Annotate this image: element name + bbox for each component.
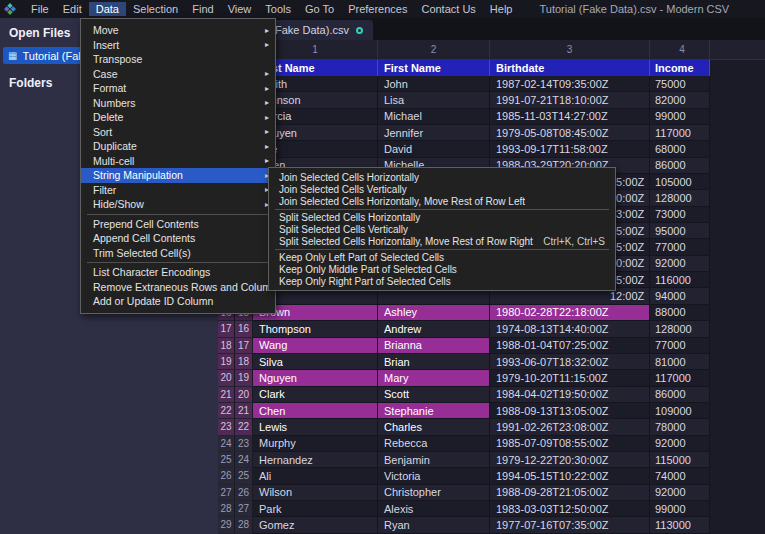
cell-birthdate[interactable]: 1985-07-09T08:55:00Z bbox=[490, 436, 650, 452]
column-header-income[interactable]: Income bbox=[650, 60, 710, 76]
menu-item-case[interactable]: Case▸ bbox=[81, 67, 275, 82]
row-number-cell[interactable]: 23 bbox=[218, 419, 235, 435]
menu-item-append-cell-contents[interactable]: Append Cell Contents bbox=[81, 231, 275, 246]
cell-last-name[interactable]: Silva bbox=[253, 354, 378, 370]
cell-birthdate[interactable]: 1991-07-21T18:10:00Z bbox=[490, 92, 650, 108]
cell-first-name[interactable]: Lisa bbox=[378, 92, 490, 108]
id-cell[interactable]: 21 bbox=[235, 403, 253, 419]
cell-income[interactable]: 88000 bbox=[650, 305, 710, 321]
menubar-item-tools[interactable]: Tools bbox=[258, 2, 298, 16]
menu-item-insert[interactable]: Insert▸ bbox=[81, 38, 275, 53]
cell-first-name[interactable]: Stephanie bbox=[378, 403, 490, 419]
cell-income[interactable]: 94000 bbox=[650, 288, 710, 304]
id-cell[interactable]: 25 bbox=[235, 468, 253, 484]
cell-first-name[interactable]: Charles bbox=[378, 419, 490, 435]
cell-income[interactable]: 77000 bbox=[650, 338, 710, 354]
menu-item-hide-show[interactable]: Hide/Show▸ bbox=[81, 197, 275, 212]
cell-income[interactable]: 86000 bbox=[650, 158, 710, 174]
row-number-cell[interactable]: 29 bbox=[218, 517, 235, 533]
cell-last-name[interactable]: Chen bbox=[253, 403, 378, 419]
menu-item-join-selected-cells-vertically[interactable]: Join Selected Cells Vertically bbox=[269, 183, 615, 195]
menu-item-remove-extraneous-rows-and-columns[interactable]: Remove Extraneous Rows and Columns bbox=[81, 280, 275, 295]
cell-income[interactable]: 77000 bbox=[650, 239, 710, 255]
cell-first-name[interactable]: Mary bbox=[378, 370, 490, 386]
cell-income[interactable]: 117000 bbox=[650, 125, 710, 141]
cell-income[interactable]: 117000 bbox=[650, 370, 710, 386]
cell-first-name[interactable]: Ashley bbox=[378, 305, 490, 321]
cell-birthdate[interactable]: 1988-01-04T07:25:00Z bbox=[490, 338, 650, 354]
cell-income[interactable]: 109000 bbox=[650, 403, 710, 419]
menu-item-join-selected-cells-horizontally-move-rest-of-row-left[interactable]: Join Selected Cells Horizontally, Move R… bbox=[269, 195, 615, 207]
id-cell[interactable]: 24 bbox=[235, 452, 253, 468]
cell-first-name[interactable]: Andrew bbox=[378, 321, 490, 337]
cell-birthdate[interactable]: 1977-07-16T07:35:00Z bbox=[490, 517, 650, 533]
menu-item-prepend-cell-contents[interactable]: Prepend Cell Contents bbox=[81, 217, 275, 232]
cell-income[interactable]: 105000 bbox=[650, 174, 710, 190]
menubar-item-go-to[interactable]: Go To bbox=[298, 2, 341, 16]
menu-item-string-manipulation[interactable]: String Manipulation▸ bbox=[81, 168, 275, 183]
row-number-cell[interactable]: 27 bbox=[218, 485, 235, 501]
cell-income[interactable]: 81000 bbox=[650, 354, 710, 370]
cell-last-name[interactable]: Nguyen bbox=[253, 370, 378, 386]
row-number-cell[interactable]: 26 bbox=[218, 468, 235, 484]
cell-last-name[interactable]: Wang bbox=[253, 338, 378, 354]
id-cell[interactable]: 17 bbox=[235, 338, 253, 354]
id-cell[interactable]: 26 bbox=[235, 485, 253, 501]
menu-item-delete[interactable]: Delete▸ bbox=[81, 110, 275, 125]
menu-item-join-selected-cells-horizontally[interactable]: Join Selected Cells Horizontally bbox=[269, 171, 615, 183]
menu-item-keep-only-middle-part-of-selected-cells[interactable]: Keep Only Middle Part of Selected Cells bbox=[269, 263, 615, 275]
cell-first-name[interactable]: Benjamin bbox=[378, 452, 490, 468]
cell-last-name[interactable]: Lewis bbox=[253, 419, 378, 435]
cell-first-name[interactable]: David bbox=[378, 141, 490, 157]
menubar-item-data[interactable]: Data bbox=[89, 2, 126, 16]
cell-first-name[interactable]: Scott bbox=[378, 387, 490, 403]
row-number-cell[interactable]: 22 bbox=[218, 403, 235, 419]
cell-income[interactable]: 116000 bbox=[650, 272, 710, 288]
cell-income[interactable]: 78000 bbox=[650, 419, 710, 435]
cell-last-name[interactable]: Clark bbox=[253, 387, 378, 403]
cell-first-name[interactable]: Alexis bbox=[378, 501, 490, 517]
menu-item-add-or-update-id-column[interactable]: Add or Update ID Column bbox=[81, 294, 275, 309]
menu-item-sort[interactable]: Sort▸ bbox=[81, 125, 275, 140]
cell-last-name[interactable]: Wilson bbox=[253, 485, 378, 501]
cell-last-name[interactable]: Gomez bbox=[253, 517, 378, 533]
menubar-item-preferences[interactable]: Preferences bbox=[341, 2, 414, 16]
cell-income[interactable]: 68000 bbox=[650, 141, 710, 157]
id-cell[interactable]: 16 bbox=[235, 321, 253, 337]
row-number-cell[interactable]: 28 bbox=[218, 501, 235, 517]
cell-income[interactable]: 92000 bbox=[650, 436, 710, 452]
cell-last-name[interactable]: Hernandez bbox=[253, 452, 378, 468]
cell-income[interactable]: 74000 bbox=[650, 468, 710, 484]
cell-birthdate[interactable]: 1988-09-13T13:05:00Z bbox=[490, 403, 650, 419]
menu-item-keep-only-right-part-of-selected-cells[interactable]: Keep Only Right Part of Selected Cells bbox=[269, 275, 615, 287]
menu-item-transpose[interactable]: Transpose bbox=[81, 52, 275, 67]
row-number-cell[interactable]: 24 bbox=[218, 436, 235, 452]
row-number-cell[interactable]: 17 bbox=[218, 321, 235, 337]
id-cell[interactable]: 18 bbox=[235, 354, 253, 370]
cell-birthdate[interactable]: 1979-12-22T20:30:00Z bbox=[490, 452, 650, 468]
menu-item-list-character-encodings[interactable]: List Character Encodings bbox=[81, 265, 275, 280]
cell-birthdate[interactable]: 1987-02-14T09:35:00Z bbox=[490, 76, 650, 92]
cell-birthdate[interactable]: 1988-09-28T21:05:00Z bbox=[490, 485, 650, 501]
cell-first-name[interactable]: Brianna bbox=[378, 338, 490, 354]
cell-first-name[interactable]: Rebecca bbox=[378, 436, 490, 452]
menu-item-split-selected-cells-vertically[interactable]: Split Selected Cells Vertically bbox=[269, 223, 615, 235]
cell-income[interactable]: 128000 bbox=[650, 190, 710, 206]
id-cell[interactable]: 19 bbox=[235, 370, 253, 386]
cell-birthdate[interactable]: 1974-08-13T14:40:00Z bbox=[490, 321, 650, 337]
cell-income[interactable]: 115000 bbox=[650, 452, 710, 468]
cell-income[interactable]: 128000 bbox=[650, 321, 710, 337]
cell-income[interactable]: 73000 bbox=[650, 207, 710, 223]
id-cell[interactable]: 20 bbox=[235, 387, 253, 403]
menubar-item-help[interactable]: Help bbox=[483, 2, 520, 16]
menubar-item-contact-us[interactable]: Contact Us bbox=[414, 2, 482, 16]
id-cell[interactable]: 22 bbox=[235, 419, 253, 435]
cell-first-name[interactable]: Victoria bbox=[378, 468, 490, 484]
id-cell[interactable]: 23 bbox=[235, 436, 253, 452]
cell-income[interactable]: 92000 bbox=[650, 256, 710, 272]
row-number-cell[interactable]: 18 bbox=[218, 338, 235, 354]
cell-first-name[interactable]: John bbox=[378, 76, 490, 92]
menubar-item-file[interactable]: File bbox=[24, 2, 56, 16]
column-number-3[interactable]: 3 bbox=[490, 40, 650, 60]
menu-item-format[interactable]: Format▸ bbox=[81, 81, 275, 96]
